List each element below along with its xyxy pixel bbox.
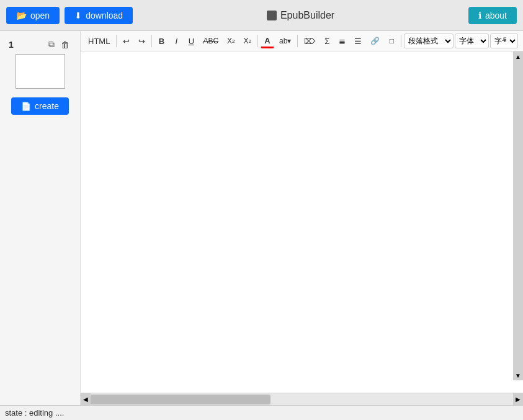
separator-5 <box>401 35 401 47</box>
open-button[interactable]: open <box>6 7 60 24</box>
unordered-list-button[interactable]: ☰ <box>351 34 365 48</box>
separator-3 <box>257 35 258 47</box>
main-content: 1 ⧉ 🗑 create HTML ↩ ↪ B I U ABC X2 <box>0 31 523 405</box>
horizontal-scrollbar[interactable]: ◀ ▶ <box>81 393 523 405</box>
vertical-scrollbar[interactable]: ▲ ▼ <box>513 51 523 380</box>
app-title: EpubBuilder <box>280 10 334 21</box>
about-label: about <box>485 11 507 20</box>
delete-page-button[interactable]: 🗑 <box>59 38 71 50</box>
scroll-down-arrow[interactable]: ▼ <box>513 370 523 380</box>
page-actions: ⧉ 🗑 <box>47 38 71 50</box>
ordered-list-button[interactable]: ≣ <box>335 34 349 48</box>
underline-button[interactable]: U <box>184 34 198 48</box>
bold-button[interactable]: B <box>154 34 168 48</box>
font-color-button[interactable]: A <box>261 34 274 48</box>
editor-toolbar: HTML ↩ ↪ B I U ABC X2 X2 A ab▾ ⌦ Σ ≣ ☰ 🔗… <box>81 31 523 51</box>
redo-button[interactable]: ↪ <box>135 34 149 48</box>
separator-4 <box>297 35 298 47</box>
editor-content[interactable] <box>81 51 513 393</box>
open-label: open <box>30 11 50 20</box>
page-item-header: 1 ⧉ 🗑 <box>6 37 74 51</box>
scroll-right-arrow[interactable]: ▶ <box>513 393 523 406</box>
h-scroll-thumb[interactable] <box>91 395 270 404</box>
page-item-1: 1 ⧉ 🗑 <box>6 37 74 89</box>
download-button[interactable]: download <box>65 7 133 24</box>
sidebar: 1 ⧉ 🗑 create <box>0 31 81 405</box>
h-scroll-track[interactable] <box>91 393 513 405</box>
page-thumbnail[interactable] <box>16 54 65 89</box>
scroll-up-arrow[interactable]: ▲ <box>513 51 523 61</box>
status-text: state : editing .... <box>5 408 64 418</box>
clear-format-button[interactable]: □ <box>385 34 398 48</box>
paragraph-style-select[interactable]: 段落格式 <box>404 34 454 48</box>
epubbuilder-icon <box>267 11 277 20</box>
top-bar: open download EpubBuilder about <box>0 0 523 31</box>
separator-2 <box>151 35 152 47</box>
font-family-select[interactable]: 字体 <box>455 34 489 48</box>
italic-button[interactable]: I <box>169 34 183 48</box>
about-button[interactable]: about <box>468 7 517 24</box>
formula-button[interactable]: Σ <box>320 34 334 48</box>
editor-scroll-area: ▲ ▼ <box>81 51 523 393</box>
app-title-area: EpubBuilder <box>138 10 463 21</box>
scroll-track[interactable] <box>513 61 523 370</box>
status-bar: state : editing .... <box>0 405 523 420</box>
download-icon <box>74 11 82 20</box>
undo-button[interactable]: ↩ <box>119 34 133 48</box>
copy-page-button[interactable]: ⧉ <box>47 38 56 50</box>
highlight-button[interactable]: ab▾ <box>275 34 295 48</box>
create-label: create <box>35 101 59 111</box>
download-label: download <box>86 11 123 20</box>
folder-icon <box>16 11 27 20</box>
strikethrough-button[interactable]: ABC <box>199 34 222 48</box>
separator-1 <box>116 35 117 47</box>
superscript-button[interactable]: X2 <box>223 34 238 48</box>
subscript-button[interactable]: X2 <box>240 34 255 48</box>
page-number: 1 <box>9 40 14 50</box>
html-button[interactable]: HTML <box>84 34 114 48</box>
link-button[interactable]: 🔗 <box>367 34 383 48</box>
font-size-select[interactable]: 字号 <box>490 34 518 48</box>
info-icon <box>478 11 481 20</box>
eraser-button[interactable]: ⌦ <box>300 34 319 48</box>
scroll-left-arrow[interactable]: ◀ <box>81 393 91 406</box>
editor-wrapper: HTML ↩ ↪ B I U ABC X2 X2 A ab▾ ⌦ Σ ≣ ☰ 🔗… <box>81 31 523 405</box>
file-icon <box>21 101 31 111</box>
create-button[interactable]: create <box>11 97 69 115</box>
